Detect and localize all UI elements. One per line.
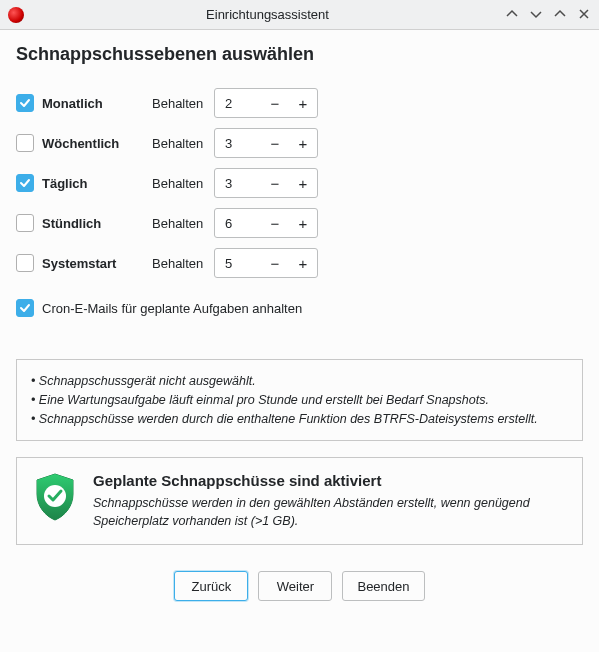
window-controls (505, 8, 591, 22)
keep-label: Behalten (152, 216, 214, 231)
maximize-icon[interactable] (553, 8, 567, 22)
info-box: • Schnappschussgerät nicht ausgewählt. •… (16, 359, 583, 441)
keep-value: 6 (215, 216, 261, 231)
level-label-boot: Systemstart (42, 256, 152, 271)
keep-value: 2 (215, 96, 261, 111)
level-checkbox-weekly[interactable] (16, 134, 34, 152)
level-label-weekly: Wöchentlich (42, 136, 152, 151)
info-line: • Eine Wartungsaufgabe läuft einmal pro … (31, 391, 568, 410)
decrement-button[interactable]: − (261, 169, 289, 197)
page-title: Schnappschussebenen auswählen (16, 44, 583, 65)
level-row-weekly: WöchentlichBehalten3−+ (16, 123, 583, 163)
keep-spinbox-weekly[interactable]: 3−+ (214, 128, 318, 158)
increment-button[interactable]: + (289, 129, 317, 157)
decrement-button[interactable]: − (261, 249, 289, 277)
main-content: Schnappschussebenen auswählen MonatlichB… (0, 30, 599, 611)
app-icon (8, 7, 24, 23)
footer-buttons: Zurück Weiter Beenden (16, 571, 583, 601)
decrement-button[interactable]: − (261, 209, 289, 237)
status-title: Geplante Schnappschüsse sind aktiviert (93, 472, 566, 489)
shield-check-icon (33, 472, 77, 522)
close-icon[interactable] (577, 8, 591, 22)
level-label-daily: Täglich (42, 176, 152, 191)
keep-value: 3 (215, 136, 261, 151)
cron-row: Cron-E-Mails für geplante Aufgaben anhal… (16, 299, 583, 317)
increment-button[interactable]: + (289, 249, 317, 277)
level-checkbox-monthly[interactable] (16, 94, 34, 112)
status-description: Schnappschüsse werden in den gewählten A… (93, 495, 566, 530)
level-row-daily: TäglichBehalten3−+ (16, 163, 583, 203)
level-checkbox-hourly[interactable] (16, 214, 34, 232)
titlebar: Einrichtungsassistent (0, 0, 599, 30)
keep-label: Behalten (152, 136, 214, 151)
decrement-button[interactable]: − (261, 129, 289, 157)
increment-button[interactable]: + (289, 89, 317, 117)
level-label-monthly: Monatlich (42, 96, 152, 111)
minimize-icon[interactable] (529, 8, 543, 22)
increment-button[interactable]: + (289, 169, 317, 197)
level-row-hourly: StündlichBehalten6−+ (16, 203, 583, 243)
level-checkbox-daily[interactable] (16, 174, 34, 192)
level-row-monthly: MonatlichBehalten2−+ (16, 83, 583, 123)
keep-label: Behalten (152, 96, 214, 111)
window-title: Einrichtungsassistent (30, 7, 505, 22)
next-button[interactable]: Weiter (258, 571, 332, 601)
decrement-button[interactable]: − (261, 89, 289, 117)
keep-value: 5 (215, 256, 261, 271)
keep-spinbox-boot[interactable]: 5−+ (214, 248, 318, 278)
keep-spinbox-hourly[interactable]: 6−+ (214, 208, 318, 238)
level-checkbox-boot[interactable] (16, 254, 34, 272)
increment-button[interactable]: + (289, 209, 317, 237)
status-text: Geplante Schnappschüsse sind aktiviert S… (93, 472, 566, 530)
keep-value: 3 (215, 176, 261, 191)
keep-above-icon[interactable] (505, 8, 519, 22)
keep-spinbox-daily[interactable]: 3−+ (214, 168, 318, 198)
keep-spinbox-monthly[interactable]: 2−+ (214, 88, 318, 118)
back-button[interactable]: Zurück (174, 571, 248, 601)
cron-checkbox[interactable] (16, 299, 34, 317)
level-label-hourly: Stündlich (42, 216, 152, 231)
info-line: • Schnappschüsse werden durch die enthal… (31, 410, 568, 429)
keep-label: Behalten (152, 176, 214, 191)
level-row-boot: SystemstartBehalten5−+ (16, 243, 583, 283)
status-box: Geplante Schnappschüsse sind aktiviert S… (16, 457, 583, 545)
cron-label: Cron-E-Mails für geplante Aufgaben anhal… (42, 301, 302, 316)
keep-label: Behalten (152, 256, 214, 271)
quit-button[interactable]: Beenden (342, 571, 424, 601)
info-line: • Schnappschussgerät nicht ausgewählt. (31, 372, 568, 391)
